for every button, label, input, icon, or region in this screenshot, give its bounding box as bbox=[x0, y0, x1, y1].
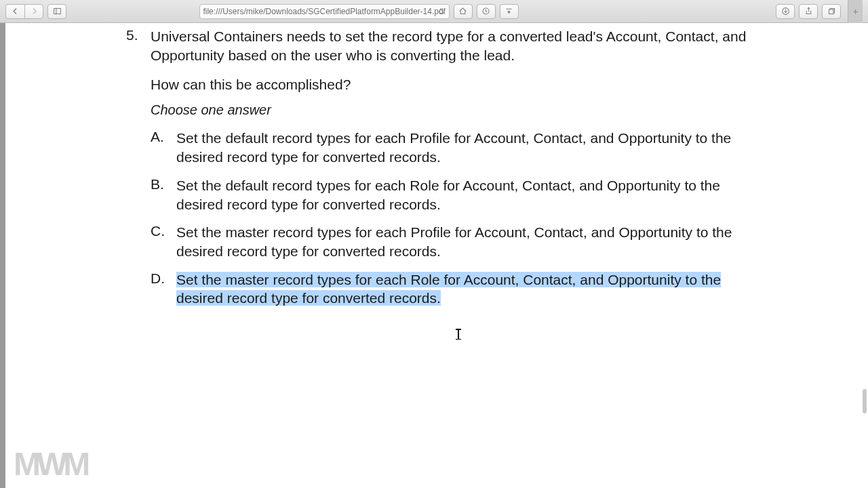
page-area: 5. Universal Containers needs to set the… bbox=[0, 23, 868, 488]
share-icon bbox=[804, 7, 813, 16]
answer-label: B. bbox=[151, 176, 176, 214]
question-instruction[interactable]: Choose one answer bbox=[151, 102, 750, 118]
answer-label: C. bbox=[151, 223, 176, 260]
answers-list: A.Set the default record types for each … bbox=[151, 129, 750, 308]
question-body: Universal Containers needs to set the re… bbox=[151, 27, 750, 317]
download-icon bbox=[781, 7, 790, 16]
question-block: 5. Universal Containers needs to set the… bbox=[126, 27, 750, 317]
text-cursor bbox=[458, 329, 459, 341]
sidebar-toggle-button[interactable] bbox=[47, 4, 66, 19]
nav-group bbox=[5, 4, 43, 19]
answer-row[interactable]: A.Set the default record types for each … bbox=[151, 129, 750, 166]
answer-label: D. bbox=[151, 270, 176, 308]
new-tab-button[interactable]: + bbox=[848, 0, 863, 23]
watermark-logo: MWM bbox=[14, 445, 86, 483]
answer-text[interactable]: Set the master record types for each Pro… bbox=[176, 223, 750, 260]
answer-label: A. bbox=[151, 129, 176, 166]
url-bar[interactable]: file:///Users/mike/Downloads/SGCertified… bbox=[199, 4, 450, 19]
share-button[interactable] bbox=[799, 4, 818, 19]
pdf-page: 5. Universal Containers needs to set the… bbox=[5, 23, 868, 488]
clock-icon bbox=[481, 7, 490, 16]
reload-icon bbox=[437, 7, 446, 16]
svg-rect-0 bbox=[54, 8, 60, 14]
history-button[interactable] bbox=[477, 4, 496, 19]
forward-button[interactable] bbox=[24, 4, 43, 19]
answer-text[interactable]: Set the default record types for each Pr… bbox=[176, 129, 750, 166]
top-sites-button[interactable] bbox=[500, 4, 519, 19]
answer-text[interactable]: Set the default record types for each Ro… bbox=[176, 176, 750, 214]
back-button[interactable] bbox=[5, 4, 24, 19]
plus-icon: + bbox=[852, 6, 858, 17]
tabs-button[interactable] bbox=[822, 4, 841, 19]
home-icon bbox=[458, 7, 467, 16]
downloads-button[interactable] bbox=[776, 4, 795, 19]
question-number: 5. bbox=[126, 27, 151, 317]
question-subtext[interactable]: How can this be accomplished? bbox=[151, 77, 750, 93]
question-text[interactable]: Universal Containers needs to set the re… bbox=[151, 27, 750, 64]
answer-row[interactable]: D.Set the master record types for each R… bbox=[151, 270, 750, 308]
answer-row[interactable]: C.Set the master record types for each P… bbox=[151, 223, 750, 260]
page-gutter bbox=[0, 23, 5, 488]
chevron-right-icon bbox=[30, 7, 39, 16]
browser-toolbar: file:///Users/mike/Downloads/SGCertified… bbox=[0, 0, 868, 23]
url-text: file:///Users/mike/Downloads/SGCertified… bbox=[203, 7, 445, 16]
question-row: 5. Universal Containers needs to set the… bbox=[126, 27, 750, 317]
vertical-scrollbar[interactable] bbox=[863, 389, 867, 413]
tabs-icon bbox=[827, 7, 836, 16]
answer-row[interactable]: B.Set the default record types for each … bbox=[151, 176, 750, 214]
sidebar-icon bbox=[53, 7, 62, 16]
answer-text[interactable]: Set the master record types for each Rol… bbox=[176, 270, 750, 308]
home-button[interactable] bbox=[454, 4, 473, 19]
chevron-left-icon bbox=[11, 7, 20, 16]
reload-button[interactable] bbox=[437, 7, 446, 16]
star-bar-icon bbox=[505, 7, 513, 16]
svg-rect-5 bbox=[829, 9, 833, 14]
